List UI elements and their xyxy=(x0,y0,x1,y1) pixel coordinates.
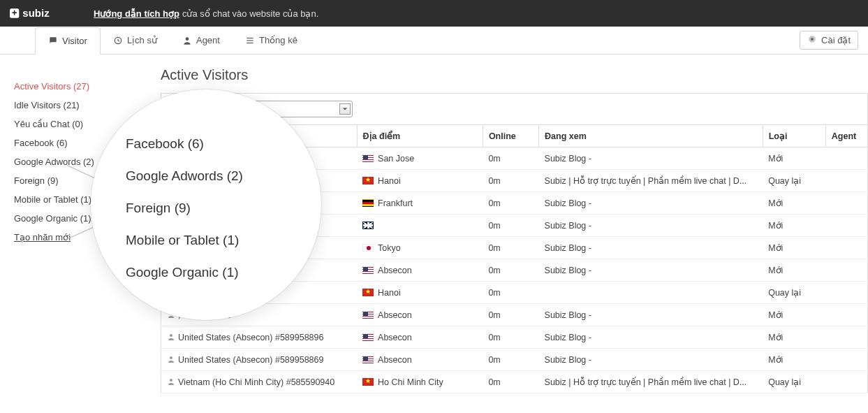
zoom-item-google-adwords[interactable]: Google Adwords (2) xyxy=(126,160,321,192)
col-agent-header[interactable]: Agent xyxy=(825,125,867,147)
cell-watching: Subiz Blog - xyxy=(539,192,763,215)
flag-icon xyxy=(362,311,374,319)
cell-type: Mới xyxy=(763,147,825,170)
svg-point-20 xyxy=(170,379,172,382)
chevron-down-icon xyxy=(339,103,351,115)
flag-icon xyxy=(362,177,374,184)
svg-point-19 xyxy=(170,356,172,359)
cell-location: Hanoi xyxy=(357,170,483,192)
tab-stats-label: Thống kê xyxy=(259,35,297,45)
list-icon xyxy=(245,36,255,45)
cell-online: 0m xyxy=(483,237,538,259)
person-icon xyxy=(167,377,175,386)
sidebar-item-active-visitors[interactable]: Active Visitors (27) xyxy=(14,77,147,96)
cell-watching: Subiz Blog - xyxy=(539,147,763,170)
cell-online: 0m xyxy=(483,259,538,282)
flag-icon xyxy=(362,244,374,252)
cell-location xyxy=(357,215,483,237)
chat-icon xyxy=(48,36,58,45)
tab-stats[interactable]: Thống kê xyxy=(233,27,310,54)
cell-agent xyxy=(825,170,867,192)
svg-point-5 xyxy=(186,37,189,41)
cell-location: Absecon xyxy=(357,326,483,349)
cell-agent xyxy=(825,371,867,393)
cell-visitor: United States (Absecon) #589958896 xyxy=(161,326,358,349)
cell-location: Hanoi xyxy=(357,282,483,304)
cell-agent xyxy=(825,282,867,304)
integration-guide-text: cửa sổ chat vào website của bạn. xyxy=(182,8,318,19)
person-icon xyxy=(182,36,192,45)
col-location-header[interactable]: Địa điểm xyxy=(357,125,483,147)
cell-online: 0m xyxy=(483,371,538,393)
topbar: subiz Hướng dẫn tích hợp cửa sổ chat vào… xyxy=(0,0,868,27)
cell-agent xyxy=(825,147,867,170)
cell-location: San Jose xyxy=(357,147,483,170)
main-tabs: Visitor Lịch sử Agent Thống kê Cài đặt xyxy=(0,27,868,55)
cell-online: 0m xyxy=(483,349,538,371)
flag-icon xyxy=(362,356,374,363)
cell-watching: Subiz | Hỗ trợ trực tuyến | Phần mềm liv… xyxy=(539,170,763,192)
zoom-item-mobile-tablet[interactable]: Mobile or Tablet (1) xyxy=(126,224,321,256)
gear-icon xyxy=(807,34,817,46)
svg-rect-2 xyxy=(14,10,15,15)
flag-icon xyxy=(362,289,374,296)
cell-agent xyxy=(825,304,867,326)
cell-agent xyxy=(825,349,867,371)
svg-rect-6 xyxy=(247,37,253,38)
cell-type: Quay lại xyxy=(763,371,825,393)
cell-online: 0m xyxy=(483,170,538,192)
col-online-header[interactable]: Online xyxy=(483,125,538,147)
table-row[interactable]: United States (Absecon) #589958896Abseco… xyxy=(161,326,868,349)
zoom-item-facebook[interactable]: Facebook (6) xyxy=(126,128,321,160)
flag-icon xyxy=(362,222,374,229)
flag-icon xyxy=(362,266,374,274)
cell-agent xyxy=(825,326,867,349)
col-type-header[interactable]: Loại xyxy=(763,125,825,147)
cell-watching: Subiz Blog - xyxy=(539,349,763,371)
flag-icon xyxy=(362,154,374,162)
cell-type: Mới xyxy=(763,259,825,282)
cell-type: Mới xyxy=(763,192,825,215)
cell-watching: Subiz Blog - xyxy=(539,259,763,282)
zoom-bubble: Facebook (6) Google Adwords (2) Foreign … xyxy=(91,89,321,320)
sidebar-item-idle-visitors[interactable]: Idle Visitors (21) xyxy=(14,96,147,115)
svg-rect-8 xyxy=(247,42,253,43)
cell-type: Mới xyxy=(763,304,825,326)
cell-type: Quay lại xyxy=(763,170,825,192)
cell-watching: Subiz Blog - xyxy=(539,326,763,349)
cell-watching xyxy=(539,282,763,304)
person-icon xyxy=(167,355,175,363)
cell-agent xyxy=(825,237,867,259)
table-row[interactable]: United States (Absecon) #589958869Abseco… xyxy=(161,349,868,371)
table-row[interactable]: Vietnam (Ho Chi Minh City) #585590940Ho … xyxy=(161,371,868,393)
zoom-item-foreign[interactable]: Foreign (9) xyxy=(126,192,321,224)
cell-type: Mới xyxy=(763,237,825,259)
tab-visitor[interactable]: Visitor xyxy=(35,27,101,55)
tab-agent[interactable]: Agent xyxy=(170,27,233,54)
cell-watching: Subiz Blog - xyxy=(539,237,763,259)
cell-online: 0m xyxy=(483,215,538,237)
cell-location: Absecon xyxy=(357,304,483,326)
cell-watching: Subiz | Hỗ trợ trực tuyến | Phần mềm liv… xyxy=(539,371,763,393)
svg-text:subiz: subiz xyxy=(22,7,50,19)
cell-type: Mới xyxy=(763,326,825,349)
cell-type: Quay lại xyxy=(763,282,825,304)
cell-visitor: United States (Absecon) #589958869 xyxy=(161,349,358,371)
tab-history-label: Lịch sử xyxy=(127,35,157,45)
cell-visitor: Vietnam (Ho Chi Minh City) #585590940 xyxy=(161,371,358,393)
table-row[interactable]: , #589958933Absecon0mSubiz Blog -Mới xyxy=(161,304,868,326)
person-icon xyxy=(167,333,175,341)
col-watching-header[interactable]: Đang xem xyxy=(539,125,763,147)
cell-online: 0m xyxy=(483,326,538,349)
brand-logo: subiz xyxy=(10,6,80,21)
cell-location: Frankfurt xyxy=(357,192,483,215)
settings-label: Cài đặt xyxy=(821,35,851,45)
tab-history[interactable]: Lịch sử xyxy=(101,27,170,54)
svg-point-18 xyxy=(170,334,172,337)
cell-online: 0m xyxy=(483,282,538,304)
settings-button[interactable]: Cài đặt xyxy=(800,31,858,50)
page-title: Active Visitors xyxy=(161,67,868,83)
cell-agent xyxy=(825,259,867,282)
cell-location: Tokyo xyxy=(357,237,483,259)
integration-guide-link[interactable]: Hướng dẫn tích hợp xyxy=(94,8,179,19)
